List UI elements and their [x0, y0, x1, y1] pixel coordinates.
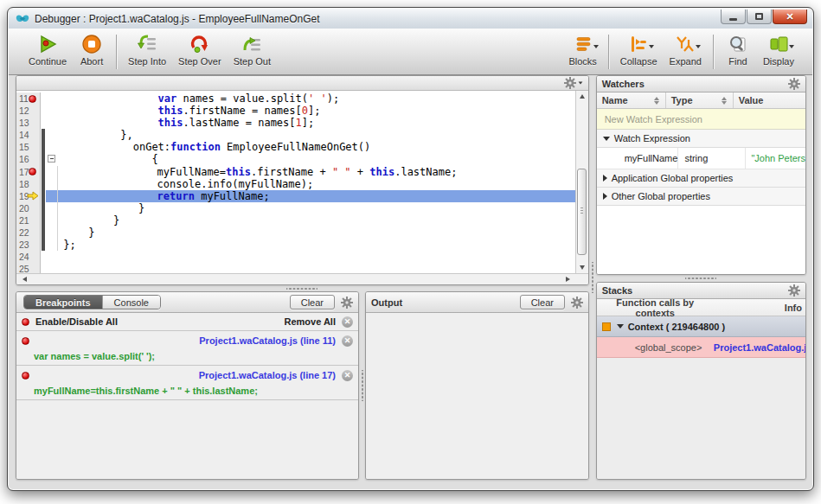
breakpoint-dot-icon[interactable] — [29, 168, 36, 175]
code-line-12[interactable]: 12 this.firstName = names[0]; — [16, 105, 575, 117]
watch-group-collapsed[interactable]: Other Global properties — [597, 188, 805, 206]
expand-dropdown-caret-icon[interactable] — [696, 45, 701, 48]
expand-button[interactable]: Expand — [664, 31, 708, 73]
vertical-splitter-main[interactable] — [589, 75, 596, 480]
column-info[interactable]: Info — [714, 303, 805, 313]
line-number-gutter[interactable]: 24 — [16, 251, 41, 263]
stack-frame-row-selected[interactable]: <global_scope>Project1.waCatalog.j — [597, 337, 805, 358]
breakpoint-marker[interactable] — [26, 93, 39, 104]
code-line-body[interactable]: onGet:function EmployeeFullNameOnGet() — [46, 141, 575, 153]
stack-frame-info-link[interactable]: Project1.waCatalog.j — [714, 342, 805, 353]
display-button[interactable]: Display — [757, 31, 800, 73]
code-line-body[interactable]: myFullName=this.firstName + " " + this.l… — [46, 166, 575, 178]
expand-caret-icon[interactable] — [603, 175, 607, 182]
line-number-gutter[interactable]: 13 — [16, 117, 41, 129]
line-number-gutter[interactable]: 21 — [16, 214, 41, 226]
code-line-22[interactable]: 22 } — [16, 226, 575, 239]
horizontal-splitter[interactable] — [16, 285, 589, 291]
line-number-gutter[interactable]: 22 — [16, 226, 41, 239]
breakpoint-dot-icon[interactable] — [22, 372, 29, 380]
maximize-button[interactable] — [747, 10, 772, 24]
code-line-body[interactable]: console.info(myFullName); — [46, 178, 575, 190]
breakpoint-location-link[interactable]: Project1.waCatalog.js (line 11) — [199, 335, 336, 346]
code-line-15[interactable]: 15 onGet:function EmployeeFullNameOnGet(… — [16, 141, 575, 153]
blocks-dropdown-caret-icon[interactable] — [593, 45, 599, 48]
line-number-gutter[interactable]: 15 — [16, 141, 41, 153]
code-line-body[interactable]: return myFullName; — [46, 190, 575, 202]
code-line-body[interactable]: { — [46, 153, 575, 165]
code-area[interactable]: 11 var names = value.split(' ');12 this.… — [16, 91, 588, 273]
stacks-gear-icon[interactable] — [788, 284, 800, 297]
editor-horizontal-scrollbar[interactable] — [16, 273, 588, 284]
close-button[interactable]: ✕ — [773, 10, 807, 24]
line-number-gutter[interactable]: 18 — [16, 178, 41, 190]
code-line-16[interactable]: 16 { — [16, 153, 575, 165]
breakpoint-dot-icon[interactable] — [22, 337, 29, 345]
breakpoint-remove-icon[interactable]: ✕ — [342, 370, 353, 381]
code-line-body[interactable]: } — [46, 214, 575, 226]
new-watch-expression-input[interactable]: New Watch Expression — [597, 109, 805, 130]
code-line-21[interactable]: 21 } — [16, 214, 575, 226]
scroll-left-arrow-icon[interactable] — [18, 274, 30, 284]
titlebar[interactable]: Debugger : Project1.waCatalog.js - Emplo… — [9, 9, 812, 29]
line-number-gutter[interactable]: 19 — [16, 190, 41, 202]
code-line-24[interactable]: 24 — [16, 251, 575, 263]
breakpoint-marker[interactable] — [26, 167, 39, 177]
line-number-gutter[interactable]: 23 — [16, 239, 41, 251]
code-line-18[interactable]: 18 console.info(myFullName); — [16, 178, 575, 190]
code-line-body[interactable]: } — [46, 226, 575, 239]
scroll-right-arrow-icon[interactable] — [562, 274, 574, 284]
watch-group-expanded[interactable]: Watch Expression — [597, 130, 805, 148]
fold-collapse-icon[interactable] — [48, 155, 55, 163]
tab-breakpoints[interactable]: Breakpoints — [24, 296, 102, 309]
line-number-gutter[interactable]: 14 — [16, 129, 41, 141]
continue-button[interactable]: Continue — [22, 31, 73, 73]
code-line-17[interactable]: 17 myFullName=this.firstName + " " + thi… — [16, 166, 575, 178]
line-number-gutter[interactable]: 17 — [16, 166, 41, 178]
collapse-caret-icon[interactable] — [603, 137, 610, 141]
code-line-body[interactable]: } — [46, 202, 575, 214]
vertical-splitter-bottom[interactable] — [359, 291, 365, 480]
breakpoint-location-link[interactable]: Project1.waCatalog.js (line 17) — [199, 370, 336, 380]
code-line-body[interactable]: this.firstName = names[0]; — [46, 105, 575, 117]
code-line-body[interactable]: this.lastName = names[1]; — [46, 117, 575, 129]
line-number-gutter[interactable]: 16 — [16, 153, 41, 165]
column-name[interactable]: Name — [597, 93, 666, 108]
editor-gear-icon[interactable] — [564, 77, 576, 89]
sort-icon[interactable] — [722, 97, 728, 105]
display-dropdown-caret-icon[interactable] — [789, 45, 794, 48]
breakpoints-gear-icon[interactable] — [341, 297, 353, 309]
breakpoint-dot-icon[interactable] — [22, 318, 29, 326]
stack-context-row[interactable]: Context ( 219464800 ) — [597, 316, 805, 337]
breakpoint-remove-icon[interactable]: ✕ — [342, 335, 353, 347]
horizontal-splitter-right[interactable] — [596, 275, 806, 282]
code-line-23[interactable]: 23 }; — [16, 239, 575, 251]
step-out-button[interactable]: Step Out — [228, 31, 277, 73]
output-clear-button[interactable]: Clear — [520, 295, 565, 309]
collapse-button[interactable]: Collapse — [614, 31, 664, 73]
line-number-gutter[interactable]: 11 — [16, 93, 41, 105]
output-gear-icon[interactable] — [571, 297, 583, 309]
code-line-13[interactable]: 13 this.lastName = names[1]; — [16, 117, 575, 129]
sort-icon[interactable] — [654, 97, 660, 105]
tab-console[interactable]: Console — [102, 296, 160, 309]
line-number-gutter[interactable]: 12 — [16, 105, 41, 117]
context-expand-caret-icon[interactable] — [617, 324, 624, 329]
code-line-20[interactable]: 20 } — [16, 202, 575, 214]
code-line-body[interactable]: }, — [46, 129, 575, 141]
collapse-dropdown-caret-icon[interactable] — [649, 45, 654, 48]
remove-all-button[interactable]: Remove All — [284, 316, 336, 327]
column-value[interactable]: Value — [734, 93, 805, 108]
minimize-button[interactable] — [721, 10, 746, 24]
code-line-body[interactable]: var names = value.split(' '); — [46, 93, 575, 105]
column-type[interactable]: Type — [666, 93, 734, 108]
column-function-calls[interactable]: Function calls by contexts — [597, 297, 714, 318]
blocks-button[interactable]: Blocks — [562, 31, 602, 73]
code-line-body[interactable]: }; — [46, 239, 575, 251]
scroll-down-arrow-icon[interactable] — [576, 262, 588, 273]
code-line-14[interactable]: 14 }, — [16, 129, 575, 141]
code-line-19[interactable]: 19 return myFullName; — [16, 190, 575, 202]
enable-disable-all-label[interactable]: Enable/Disable All — [35, 316, 118, 327]
code-line-11[interactable]: 11 var names = value.split(' '); — [16, 93, 575, 105]
code-line-body[interactable] — [46, 263, 575, 273]
